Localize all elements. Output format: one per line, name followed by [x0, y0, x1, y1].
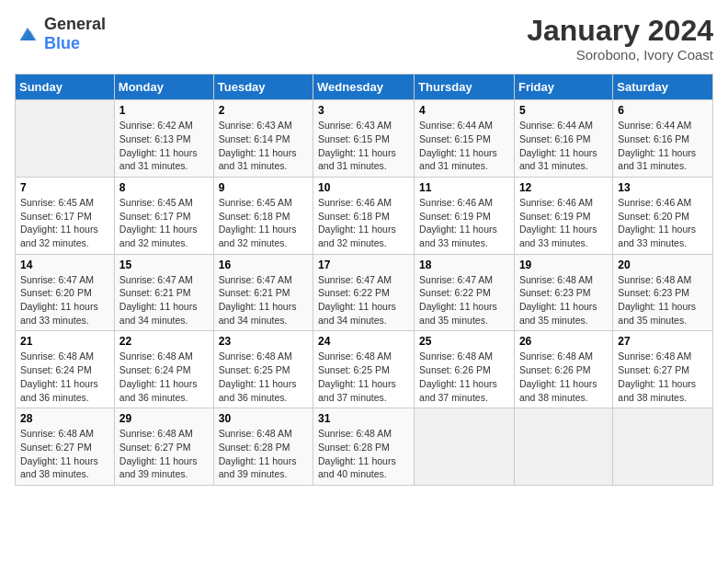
- calendar-cell: 11Sunrise: 6:46 AMSunset: 6:19 PMDayligh…: [415, 177, 515, 254]
- week-row-5: 28Sunrise: 6:48 AMSunset: 6:27 PMDayligh…: [16, 408, 713, 486]
- week-row-4: 21Sunrise: 6:48 AMSunset: 6:24 PMDayligh…: [16, 331, 713, 408]
- cell-details: Sunrise: 6:48 AMSunset: 6:25 PMDaylight:…: [318, 350, 409, 404]
- calendar-cell: 5Sunrise: 6:44 AMSunset: 6:16 PMDaylight…: [514, 100, 612, 178]
- cell-details: Sunrise: 6:48 AMSunset: 6:27 PMDaylight:…: [20, 427, 109, 481]
- calendar-cell: 25Sunrise: 6:48 AMSunset: 6:26 PMDayligh…: [415, 331, 515, 408]
- calendar-cell: 18Sunrise: 6:47 AMSunset: 6:22 PMDayligh…: [415, 254, 515, 331]
- calendar-cell: 6Sunrise: 6:44 AMSunset: 6:16 PMDaylight…: [613, 100, 713, 178]
- header-tuesday: Tuesday: [213, 75, 313, 100]
- day-number: 11: [419, 181, 509, 194]
- cell-details: Sunrise: 6:47 AMSunset: 6:21 PMDaylight:…: [219, 273, 308, 327]
- day-number: 22: [119, 335, 209, 348]
- day-number: 8: [119, 181, 209, 194]
- day-number: 15: [119, 259, 209, 271]
- header-monday: Monday: [114, 75, 213, 100]
- day-number: 12: [519, 181, 608, 194]
- header-wednesday: Wednesday: [313, 75, 415, 100]
- week-row-1: 1Sunrise: 6:42 AMSunset: 6:13 PMDaylight…: [16, 100, 713, 178]
- day-number: 18: [419, 259, 509, 271]
- day-number: 7: [20, 181, 109, 194]
- cell-details: Sunrise: 6:43 AMSunset: 6:15 PMDaylight:…: [318, 119, 409, 173]
- calendar-cell: 1Sunrise: 6:42 AMSunset: 6:13 PMDaylight…: [114, 100, 213, 178]
- cell-details: Sunrise: 6:42 AMSunset: 6:13 PMDaylight:…: [119, 119, 209, 173]
- page-header: General Blue January 2024 Sorobono, Ivor…: [15, 15, 713, 63]
- calendar-cell: 4Sunrise: 6:44 AMSunset: 6:15 PMDaylight…: [415, 100, 515, 178]
- cell-details: Sunrise: 6:47 AMSunset: 6:22 PMDaylight:…: [318, 273, 409, 327]
- calendar-cell: 27Sunrise: 6:48 AMSunset: 6:27 PMDayligh…: [613, 331, 713, 408]
- day-number: 23: [219, 335, 308, 348]
- calendar-cell: 12Sunrise: 6:46 AMSunset: 6:19 PMDayligh…: [514, 177, 612, 254]
- day-number: 30: [219, 412, 308, 425]
- cell-details: Sunrise: 6:45 AMSunset: 6:17 PMDaylight:…: [119, 196, 209, 250]
- cell-details: Sunrise: 6:48 AMSunset: 6:24 PMDaylight:…: [20, 350, 109, 404]
- cell-details: Sunrise: 6:48 AMSunset: 6:28 PMDaylight:…: [219, 427, 308, 481]
- cell-details: Sunrise: 6:45 AMSunset: 6:17 PMDaylight:…: [20, 196, 109, 250]
- cell-details: Sunrise: 6:47 AMSunset: 6:22 PMDaylight:…: [419, 273, 509, 327]
- calendar-cell: 19Sunrise: 6:48 AMSunset: 6:23 PMDayligh…: [514, 254, 612, 331]
- calendar-cell: 26Sunrise: 6:48 AMSunset: 6:26 PMDayligh…: [514, 331, 612, 408]
- day-number: 31: [318, 412, 409, 425]
- calendar-cell: [16, 100, 115, 178]
- cell-details: Sunrise: 6:46 AMSunset: 6:19 PMDaylight:…: [519, 196, 608, 250]
- calendar-cell: 13Sunrise: 6:46 AMSunset: 6:20 PMDayligh…: [613, 177, 713, 254]
- day-number: 13: [618, 181, 708, 194]
- calendar-cell: 24Sunrise: 6:48 AMSunset: 6:25 PMDayligh…: [313, 331, 415, 408]
- day-number: 19: [519, 259, 608, 271]
- day-number: 10: [318, 181, 409, 194]
- calendar-cell: 21Sunrise: 6:48 AMSunset: 6:24 PMDayligh…: [16, 331, 115, 408]
- cell-details: Sunrise: 6:46 AMSunset: 6:19 PMDaylight:…: [419, 196, 509, 250]
- calendar-cell: 9Sunrise: 6:45 AMSunset: 6:18 PMDaylight…: [213, 177, 313, 254]
- calendar-cell: 2Sunrise: 6:43 AMSunset: 6:14 PMDaylight…: [213, 100, 313, 178]
- day-number: 2: [219, 104, 308, 117]
- page-title: January 2024: [527, 15, 713, 47]
- calendar-cell: [514, 408, 612, 486]
- calendar-cell: 3Sunrise: 6:43 AMSunset: 6:15 PMDaylight…: [313, 100, 415, 178]
- cell-details: Sunrise: 6:48 AMSunset: 6:24 PMDaylight:…: [119, 350, 209, 404]
- cell-details: Sunrise: 6:44 AMSunset: 6:16 PMDaylight:…: [618, 119, 708, 173]
- calendar-cell: 30Sunrise: 6:48 AMSunset: 6:28 PMDayligh…: [213, 408, 313, 486]
- page-subtitle: Sorobono, Ivory Coast: [527, 47, 713, 63]
- day-number: 16: [219, 259, 308, 271]
- logo-text-blue: Blue: [44, 34, 80, 52]
- day-number: 20: [618, 259, 708, 271]
- cell-details: Sunrise: 6:48 AMSunset: 6:23 PMDaylight:…: [519, 273, 608, 327]
- cell-details: Sunrise: 6:48 AMSunset: 6:26 PMDaylight:…: [419, 350, 509, 404]
- cell-details: Sunrise: 6:48 AMSunset: 6:25 PMDaylight:…: [219, 350, 308, 404]
- calendar-cell: 14Sunrise: 6:47 AMSunset: 6:20 PMDayligh…: [16, 254, 115, 331]
- calendar-cell: 28Sunrise: 6:48 AMSunset: 6:27 PMDayligh…: [16, 408, 115, 486]
- day-number: 17: [318, 259, 409, 271]
- day-number: 25: [419, 335, 509, 348]
- logo-text-general: General: [44, 15, 106, 33]
- day-number: 4: [419, 104, 509, 117]
- calendar-cell: [613, 408, 713, 486]
- header-saturday: Saturday: [613, 75, 713, 100]
- logo: General Blue: [15, 15, 106, 53]
- calendar-cell: 7Sunrise: 6:45 AMSunset: 6:17 PMDaylight…: [16, 177, 115, 254]
- calendar-cell: 15Sunrise: 6:47 AMSunset: 6:21 PMDayligh…: [114, 254, 213, 331]
- calendar-cell: [415, 408, 515, 486]
- day-number: 21: [20, 335, 109, 348]
- week-row-2: 7Sunrise: 6:45 AMSunset: 6:17 PMDaylight…: [16, 177, 713, 254]
- day-number: 14: [20, 259, 109, 271]
- cell-details: Sunrise: 6:48 AMSunset: 6:28 PMDaylight:…: [318, 427, 409, 481]
- day-number: 6: [618, 104, 708, 117]
- calendar-cell: 20Sunrise: 6:48 AMSunset: 6:23 PMDayligh…: [613, 254, 713, 331]
- cell-details: Sunrise: 6:48 AMSunset: 6:26 PMDaylight:…: [519, 350, 608, 404]
- header-sunday: Sunday: [16, 75, 115, 100]
- cell-details: Sunrise: 6:43 AMSunset: 6:14 PMDaylight:…: [219, 119, 308, 173]
- day-number: 29: [119, 412, 209, 425]
- cell-details: Sunrise: 6:48 AMSunset: 6:27 PMDaylight:…: [618, 350, 708, 404]
- calendar-cell: 31Sunrise: 6:48 AMSunset: 6:28 PMDayligh…: [313, 408, 415, 486]
- calendar-cell: 17Sunrise: 6:47 AMSunset: 6:22 PMDayligh…: [313, 254, 415, 331]
- calendar-cell: 16Sunrise: 6:47 AMSunset: 6:21 PMDayligh…: [213, 254, 313, 331]
- cell-details: Sunrise: 6:47 AMSunset: 6:21 PMDaylight:…: [119, 273, 209, 327]
- calendar-header-row: SundayMondayTuesdayWednesdayThursdayFrid…: [16, 75, 713, 100]
- cell-details: Sunrise: 6:46 AMSunset: 6:20 PMDaylight:…: [618, 196, 708, 250]
- cell-details: Sunrise: 6:48 AMSunset: 6:23 PMDaylight:…: [618, 273, 708, 327]
- calendar-cell: 23Sunrise: 6:48 AMSunset: 6:25 PMDayligh…: [213, 331, 313, 408]
- day-number: 5: [519, 104, 608, 117]
- day-number: 28: [20, 412, 109, 425]
- day-number: 26: [519, 335, 608, 348]
- calendar-cell: 8Sunrise: 6:45 AMSunset: 6:17 PMDaylight…: [114, 177, 213, 254]
- logo-icon: [15, 21, 40, 47]
